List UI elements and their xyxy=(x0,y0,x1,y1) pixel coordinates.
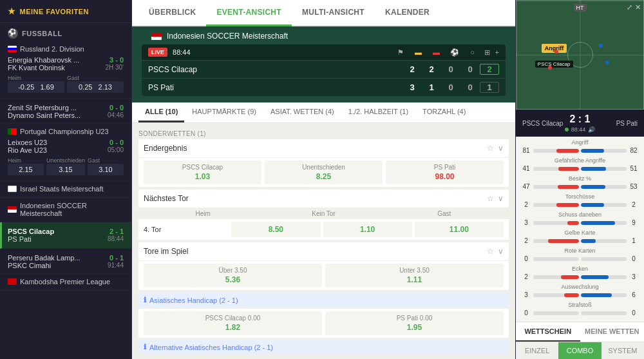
score-team1-label: PSCS Cilacap xyxy=(522,120,565,127)
stat-left-val: 81 xyxy=(521,147,531,154)
active-match[interactable]: PSCS Cilacap PS Pati 2 - 1 88:44 xyxy=(0,222,131,249)
stat-left-val: 0 xyxy=(521,309,531,316)
star-naechstes-icon[interactable]: ☆ xyxy=(487,194,494,203)
tor-label: 4. Tor xyxy=(144,226,229,233)
league-israel[interactable]: Israel Staats Meisterschaft xyxy=(0,181,131,198)
bet-over[interactable]: Über 3.50 5.36 xyxy=(144,264,322,287)
handicap-pspati-label: PS Pati 0.00 xyxy=(397,315,433,322)
stat-label: Besitz % xyxy=(521,175,639,182)
pt-away-odds[interactable]: 3.10 xyxy=(88,164,124,175)
score-row-team2: PS Pati 3 1 0 0 1 xyxy=(142,78,506,96)
close-icon[interactable]: ✕ xyxy=(635,3,641,12)
goal-icon: ⚽ xyxy=(448,48,461,57)
field-controls: ⤢ ✕ xyxy=(627,3,641,12)
tor-kein-odds[interactable]: 1.10 xyxy=(323,222,412,237)
pt-home-odds[interactable]: 2.15 xyxy=(8,164,44,175)
tab-kalender[interactable]: KALENDER xyxy=(375,0,440,26)
player-dot-1 xyxy=(554,50,558,53)
bet-pscs[interactable]: PSCS Cilacap 1.03 xyxy=(144,160,261,184)
league-zenit[interactable]: Zenit St Petersburg ... Dynamo Saint Pet… xyxy=(0,99,131,124)
soccer-section[interactable]: ⚽ FUSSBALL xyxy=(0,23,131,41)
away-odds[interactable]: 0.25 2.13 xyxy=(67,81,124,93)
league-portugal[interactable]: Portugal Championship U23 Leixoes U23 Ri… xyxy=(0,124,131,181)
score-time-display: 88:44 xyxy=(571,126,586,133)
stat-bar-left-container xyxy=(533,167,579,171)
tab-uberblick[interactable]: ÜBERBLICK xyxy=(138,0,206,26)
naechstes-tor-header[interactable]: Nächstes Tor ☆ ∨ xyxy=(138,189,509,208)
stat-bar-left-container xyxy=(533,257,579,261)
stat-bar-left xyxy=(561,275,579,279)
team1-col3: 0 xyxy=(441,64,460,74)
match-teams: Energia Khabarovsk ... FK Kvant Obninsk xyxy=(8,56,105,72)
league-cambodia[interactable]: Kambodsha Premier League xyxy=(0,274,131,291)
stat-bar-left xyxy=(558,185,579,189)
bet-tab-asiat[interactable]: ASIAT. WETTEN (4) xyxy=(264,102,341,122)
league-russia[interactable]: Russland 2. Division Energia Khabarovsk … xyxy=(0,41,131,99)
team2-score: 1 xyxy=(480,82,499,93)
score-table: LIVE 88:44 ⚑ ▬ ▬ ⚽ ○ ⊞ + PSCS Cilacap 2 … xyxy=(142,44,506,96)
stat-bar-left-container xyxy=(533,149,579,153)
stat-bar-right-container xyxy=(581,239,627,243)
chevron-tore-icon[interactable]: ∨ xyxy=(498,247,504,256)
league-indonesia[interactable]: Indonesien SOCCER Meisterschaft xyxy=(0,198,131,222)
stat-row: Gefährliche Angriffe 41 51 xyxy=(521,157,639,172)
stat-label: Strafstoß xyxy=(521,302,639,308)
favorites-header[interactable]: ★ MEINE FAVORITEN xyxy=(0,0,131,23)
tor-heim-odds[interactable]: 8.50 xyxy=(231,222,320,237)
section-label: SONDERWETTEN (1) xyxy=(138,126,509,139)
bet-tab-halb[interactable]: 1./2. HALBZEIT (1) xyxy=(342,102,415,122)
wett-tab-meine[interactable]: MEINE WETTEN xyxy=(580,322,645,342)
tore-header[interactable]: Tore im Spiel ☆ ∨ xyxy=(138,242,509,260)
expand-icon[interactable]: ⤢ xyxy=(627,3,632,12)
portugal-score: 0 - 0 xyxy=(109,139,124,146)
bet-under[interactable]: Unter 3.50 1.11 xyxy=(325,264,504,287)
stat-bar-left-container xyxy=(533,221,579,225)
stat-row: Angriff 81 82 xyxy=(521,139,639,154)
stat-right-val: 2 xyxy=(629,201,639,208)
wett-subtab-combo[interactable]: COMBO xyxy=(558,342,601,359)
red-card-icon: ▬ xyxy=(430,48,443,57)
stat-left-val: 2 xyxy=(521,273,531,280)
handicap-pscs-label: PSCS Cilacap 0.00 xyxy=(205,315,261,322)
star-tore-icon[interactable]: ☆ xyxy=(487,247,494,256)
wett-subtab-system[interactable]: SYSTEM xyxy=(601,342,644,359)
stat-right-val: 51 xyxy=(629,165,639,172)
score-info-icon[interactable]: + xyxy=(495,48,499,57)
tab-multi-ansicht[interactable]: MULTI-ANSICHT xyxy=(292,0,375,26)
stat-row: Schuss daneben 3 9 xyxy=(521,211,639,226)
score-time: 88:44 xyxy=(173,48,394,56)
handicap-pscs[interactable]: PSCS Cilacap 0.00 1.82 xyxy=(144,311,322,335)
chevron-naechstes-icon[interactable]: ∨ xyxy=(498,194,504,203)
top-nav: ÜBERBLICK EVENT-ANSICHT MULTI-ANSICHT KA… xyxy=(132,0,515,26)
stat-bar-left xyxy=(564,293,579,297)
pt-draw-odds[interactable]: 3.15 xyxy=(46,164,85,175)
player-dot-4 xyxy=(605,61,609,64)
handicap-info-text: Asiatisches Handicap (2 - 1) xyxy=(149,296,238,304)
stat-bar-right-container xyxy=(581,149,627,153)
tor-gast-odds[interactable]: 11.00 xyxy=(415,222,504,237)
star-empty-icon[interactable]: ☆ xyxy=(487,144,494,153)
yellow-card-icon: ▬ xyxy=(412,48,425,57)
bet-draw[interactable]: Unentschieden 8.25 xyxy=(265,160,383,184)
stat-bar-left-container xyxy=(533,203,579,207)
wett-subtab-einzel[interactable]: EINZEL xyxy=(516,342,558,359)
audio-icon[interactable]: 🔊 xyxy=(588,126,595,133)
wett-tab-schein[interactable]: WETTSCHEIN xyxy=(516,322,580,342)
bet-tab-haupt[interactable]: HAUPTMÄRKTE (9) xyxy=(185,102,263,122)
soccer-icon: ⚽ xyxy=(8,28,18,39)
bet-pspati[interactable]: PS Pati 98.00 xyxy=(386,160,504,184)
stat-bar-right-container xyxy=(581,221,627,225)
tab-event-ansicht[interactable]: EVENT-ANSICHT xyxy=(206,0,292,26)
stat-bars: 2 1 xyxy=(521,237,639,244)
handicap-pspati[interactable]: PS Pati 0.00 1.95 xyxy=(325,311,504,335)
league-perseru[interactable]: Perseru Badak Lamp... PSKC Cimahi 0 - 1 … xyxy=(0,249,131,274)
flag-pt xyxy=(8,128,17,135)
bet-tab-all[interactable]: ALLE (10) xyxy=(138,102,184,122)
endergebnis-header[interactable]: Endergebnis ☆ ∨ xyxy=(138,139,509,157)
score-expand-icon[interactable]: ⊞ xyxy=(484,48,490,57)
chevron-down-icon[interactable]: ∨ xyxy=(498,144,504,153)
bet-tab-torzahl[interactable]: TORZAHL (4) xyxy=(416,102,472,122)
zenit-teams: Zenit St Petersburg ... Dynamo Saint Pet… xyxy=(8,104,106,119)
bet-tabs: ALLE (10) HAUPTMÄRKTE (9) ASIAT. WETTEN … xyxy=(132,102,515,123)
home-odds[interactable]: -0.25 1.69 xyxy=(8,81,64,93)
